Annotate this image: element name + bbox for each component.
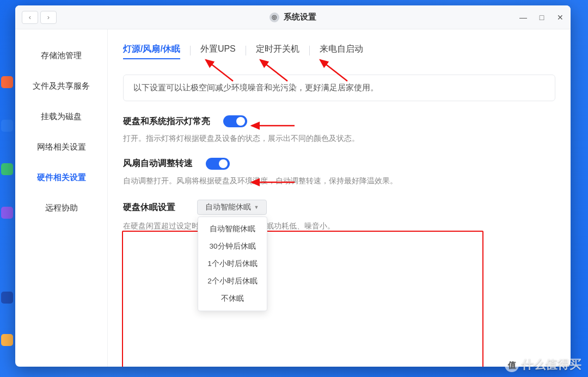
- setting-sleep-desc: 在硬盘闲置超过设定时 休眠功耗低、噪音小。: [123, 220, 555, 232]
- sidebar-item-mount-disk[interactable]: 挂载为磁盘: [15, 101, 107, 132]
- setting-sleep-title: 硬盘休眠设置: [123, 202, 175, 213]
- dock-icon: [1, 163, 13, 175]
- tab-power-restore[interactable]: 来电自启动: [320, 42, 363, 58]
- dock-icon: [1, 334, 13, 346]
- sleep-option-2h[interactable]: 2个小时后休眠: [198, 273, 267, 290]
- sidebar-item-network[interactable]: 网络相关设置: [15, 132, 107, 162]
- tab-separator: [190, 46, 191, 55]
- setting-fan-title: 风扇自动调整转速: [123, 158, 193, 169]
- dock-icon: [1, 292, 13, 304]
- watermark-icon: 值: [505, 358, 519, 372]
- sleep-desc-post: 休眠功耗低、噪音小。: [259, 222, 335, 230]
- setting-fan-desc: 自动调整打开。风扇将根据硬盘及环境温度，自动调整转速，保持最好降温效果。: [123, 175, 555, 187]
- sidebar-item-storage-pool[interactable]: 存储池管理: [15, 40, 107, 71]
- sleep-mode-select[interactable]: 自动智能休眠 ▼ 自动智能休眠 30分钟后休眠 1个小时后休眠 2个小时后休眠 …: [197, 200, 267, 215]
- sleep-mode-selected: 自动智能休眠: [205, 202, 251, 212]
- minimize-button[interactable]: —: [518, 13, 528, 22]
- sidebar: 存储池管理 文件及共享服务 挂载为磁盘 网络相关设置 硬件相关设置 远程协助: [15, 29, 108, 367]
- annotation-red-box: [122, 231, 483, 367]
- close-button[interactable]: ✕: [555, 13, 565, 22]
- toggle-fan[interactable]: [206, 158, 230, 170]
- tab-external-ups[interactable]: 外置UPS: [200, 42, 236, 58]
- watermark-text: 什么值得买: [522, 357, 581, 371]
- tabs: 灯源/风扇/休眠 外置UPS 定时开关机 来电自启动: [123, 42, 555, 58]
- main-panel: 灯源/风扇/休眠 外置UPS 定时开关机 来电自启动 以下设置可以让极空间减少环…: [108, 29, 571, 367]
- watermark: 值什么值得买: [505, 356, 581, 373]
- sidebar-item-remote-assist[interactable]: 远程协助: [15, 193, 107, 223]
- dock-icon: [1, 76, 13, 88]
- tab-separator: [309, 46, 310, 55]
- info-box: 以下设置可以让极空间减少环境噪音和光污染，更好满足居家使用。: [123, 75, 555, 101]
- nav-forward-button[interactable]: ›: [40, 11, 57, 24]
- chevron-down-icon: ▼: [254, 205, 259, 210]
- sleep-option-auto[interactable]: 自动智能休眠: [198, 220, 267, 238]
- setting-led: 硬盘和系统指示灯常亮 打开。指示灯将灯根据硬盘及设备的状态，展示出不同的颜色及状…: [123, 115, 555, 145]
- dock-icon: [1, 207, 13, 219]
- setting-disk-sleep: 硬盘休眠设置 自动智能休眠 ▼ 自动智能休眠 30分钟后休眠 1个小时后休眠 2…: [123, 200, 555, 232]
- gear-icon: ◎: [270, 13, 279, 22]
- setting-led-title: 硬盘和系统指示灯常亮: [123, 116, 210, 127]
- sleep-option-1h[interactable]: 1个小时后休眠: [198, 255, 267, 273]
- titlebar: ‹ › ◎ 系统设置 — □ ✕: [15, 5, 571, 29]
- setting-led-desc: 打开。指示灯将灯根据硬盘及设备的状态，展示出不同的颜色及状态。: [123, 133, 555, 145]
- tab-separator: [246, 46, 246, 55]
- sleep-option-30m[interactable]: 30分钟后休眠: [198, 238, 267, 255]
- sleep-option-never[interactable]: 不休眠: [198, 290, 267, 307]
- sleep-desc-pre: 在硬盘闲置超过设定时: [123, 222, 199, 230]
- nav-back-button[interactable]: ‹: [22, 11, 38, 24]
- dock-icon: [1, 120, 13, 132]
- setting-fan: 风扇自动调整转速 自动调整打开。风扇将根据硬盘及环境温度，自动调整转速，保持最好…: [123, 158, 555, 187]
- tab-scheduled-power[interactable]: 定时开关机: [256, 42, 299, 58]
- window-title: 系统设置: [284, 12, 316, 22]
- settings-window: ‹ › ◎ 系统设置 — □ ✕ 存储池管理 文件及共享服务 挂载为磁盘 网络相…: [15, 5, 571, 367]
- sleep-mode-dropdown: 自动智能休眠 30分钟后休眠 1个小时后休眠 2个小时后休眠 不休眠: [198, 217, 267, 311]
- sidebar-item-hardware[interactable]: 硬件相关设置: [15, 162, 107, 193]
- toggle-led[interactable]: [223, 115, 247, 127]
- sidebar-item-file-share[interactable]: 文件及共享服务: [15, 71, 107, 101]
- tab-light-fan-sleep[interactable]: 灯源/风扇/休眠: [123, 42, 180, 58]
- maximize-button[interactable]: □: [537, 13, 547, 22]
